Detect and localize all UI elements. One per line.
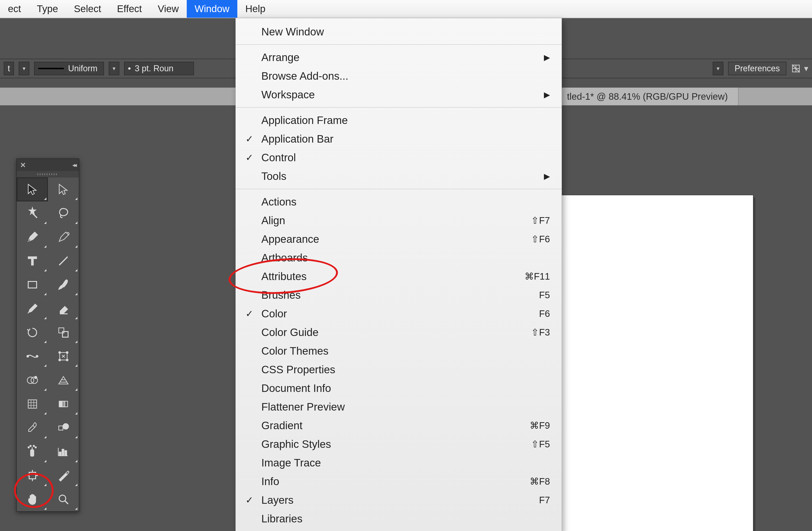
collapse-panel-icon[interactable]: ◂◂ <box>72 161 75 169</box>
chevron-down-icon: ▾ <box>804 64 808 73</box>
menu-item-tools[interactable]: Tools▶ <box>236 167 562 186</box>
menu-view[interactable]: View <box>150 0 187 18</box>
menu-ect[interactable]: ect <box>0 0 29 18</box>
menu-item-artboards[interactable]: Artboards <box>236 248 562 267</box>
menu-select[interactable]: Select <box>66 0 109 18</box>
menu-item-label: New Window <box>261 25 550 38</box>
free-transform-tool[interactable] <box>48 344 79 368</box>
menu-item-gradient[interactable]: Gradient⌘F9 <box>236 416 562 435</box>
magic-wand-tool-icon <box>25 206 39 220</box>
menu-item-attributes[interactable]: Attributes⌘F11 <box>236 267 562 286</box>
menu-item-label: Gradient <box>261 419 530 432</box>
paintbrush-tool[interactable] <box>48 273 79 297</box>
menu-item-layers[interactable]: ✓LayersF7 <box>236 491 562 509</box>
menu-separator <box>236 44 562 45</box>
document-setup-dropdown-icon[interactable]: ▾ <box>713 62 723 75</box>
rectangle-tool[interactable] <box>17 273 48 297</box>
line-segment-tool-icon <box>56 254 70 268</box>
blend-tool[interactable] <box>48 416 79 440</box>
menu-item-color-themes[interactable]: Color Themes <box>236 342 562 360</box>
paintbrush-tool-icon <box>56 278 70 292</box>
menu-item-color-guide[interactable]: Color Guide⇧F3 <box>236 323 562 342</box>
line-segment-tool[interactable] <box>48 249 79 273</box>
menu-item-color[interactable]: ✓ColorF6 <box>236 304 562 323</box>
tools-panel-header[interactable]: ✕ ◂◂ <box>17 159 79 171</box>
flyout-indicator-icon <box>75 341 77 343</box>
tools-panel-grip[interactable] <box>17 171 79 178</box>
menu-item-brushes[interactable]: BrushesF5 <box>236 286 562 304</box>
lasso-tool-icon <box>56 206 70 220</box>
menu-item-shortcut: ⌘F8 <box>530 476 550 487</box>
svg-point-15 <box>59 359 61 361</box>
rectangle-tool-icon <box>25 278 39 292</box>
svg-point-19 <box>34 376 37 379</box>
flyout-indicator-icon <box>44 222 46 224</box>
menu-item-arrange[interactable]: Arrange▶ <box>236 48 562 67</box>
preferences-button[interactable]: Preferences <box>728 62 786 75</box>
menu-item-application-frame[interactable]: Application Frame <box>236 111 562 130</box>
svg-point-17 <box>27 377 34 384</box>
control-field-truncated[interactable]: t <box>4 62 14 75</box>
menu-item-control[interactable]: ✓Control <box>236 148 562 167</box>
magic-wand-tool[interactable] <box>17 201 48 225</box>
curvature-tool[interactable] <box>48 225 79 249</box>
selection-tool[interactable] <box>17 178 48 201</box>
menu-effect[interactable]: Effect <box>109 0 150 18</box>
rotate-tool[interactable] <box>17 321 48 344</box>
menu-item-shortcut: ⌘F11 <box>524 271 550 282</box>
align-to-pixel-grid[interactable]: ▾ <box>791 64 808 73</box>
menu-item-libraries[interactable]: Libraries <box>236 509 562 528</box>
close-panel-icon[interactable]: ✕ <box>20 161 26 169</box>
menu-help[interactable]: Help <box>237 0 273 18</box>
shape-builder-tool[interactable] <box>17 368 48 392</box>
svg-rect-29 <box>62 401 65 407</box>
menu-item-browse-add-ons[interactable]: Browse Add-ons... <box>236 67 562 85</box>
stroke-profile-dropdown-icon[interactable]: ▾ <box>108 62 119 75</box>
menu-item-actions[interactable]: Actions <box>236 192 562 211</box>
brush-definition-field[interactable]: 3 pt. Roun <box>124 62 194 75</box>
menu-item-new-window[interactable]: New Window <box>236 23 562 41</box>
gradient-tool[interactable] <box>48 392 79 416</box>
menu-type[interactable]: Type <box>29 0 66 18</box>
zoom-tool[interactable] <box>48 487 79 511</box>
menu-item-info[interactable]: Info⌘F8 <box>236 472 562 491</box>
menu-item-shortcut: ⇧F5 <box>531 439 550 449</box>
column-graph-tool[interactable] <box>48 440 79 463</box>
slice-tool[interactable] <box>48 464 79 487</box>
mesh-tool[interactable] <box>17 392 48 416</box>
menu-item-label: Control <box>261 151 550 164</box>
eraser-tool[interactable] <box>48 297 79 320</box>
eyedropper-tool[interactable] <box>17 416 48 440</box>
type-tool[interactable] <box>17 249 48 273</box>
menu-item-flattener-preview[interactable]: Flattener Preview <box>236 398 562 416</box>
free-transform-tool-icon <box>56 349 70 363</box>
symbol-sprayer-tool[interactable] <box>17 440 48 463</box>
hand-tool[interactable] <box>17 487 48 511</box>
document-tab[interactable]: tled-1* @ 88.41% (RGB/GPU Preview) <box>550 88 739 105</box>
menu-item-workspace[interactable]: Workspace▶ <box>236 85 562 104</box>
stroke-profile-field[interactable]: Uniform <box>34 62 104 75</box>
check-icon: ✓ <box>246 133 253 144</box>
flyout-indicator-icon <box>44 365 46 367</box>
direct-selection-tool[interactable] <box>48 178 79 201</box>
menu-window[interactable]: Window <box>187 0 237 18</box>
flyout-indicator-icon <box>75 365 77 367</box>
menu-item-document-info[interactable]: Document Info <box>236 379 562 398</box>
perspective-grid-tool[interactable] <box>48 368 79 392</box>
menu-item-graphic-styles[interactable]: Graphic Styles⇧F5 <box>236 435 562 453</box>
pencil-tool[interactable] <box>17 297 48 320</box>
scale-tool-icon <box>56 325 70 339</box>
menu-item-image-trace[interactable]: Image Trace <box>236 453 562 472</box>
menu-item-align[interactable]: Align⇧F7 <box>236 211 562 230</box>
grid-icon <box>791 64 801 73</box>
scale-tool[interactable] <box>48 321 79 344</box>
artboard-tool[interactable] <box>17 464 48 487</box>
lasso-tool[interactable] <box>48 201 79 225</box>
pen-tool[interactable] <box>17 225 48 249</box>
control-dropdown-icon[interactable]: ▾ <box>19 62 29 75</box>
menu-item-css-properties[interactable]: CSS Properties <box>236 360 562 379</box>
symbol-sprayer-tool-icon <box>25 445 39 459</box>
width-tool[interactable] <box>17 344 48 368</box>
menu-item-application-bar[interactable]: ✓Application Bar <box>236 130 562 148</box>
menu-item-appearance[interactable]: Appearance⇧F6 <box>236 230 562 248</box>
